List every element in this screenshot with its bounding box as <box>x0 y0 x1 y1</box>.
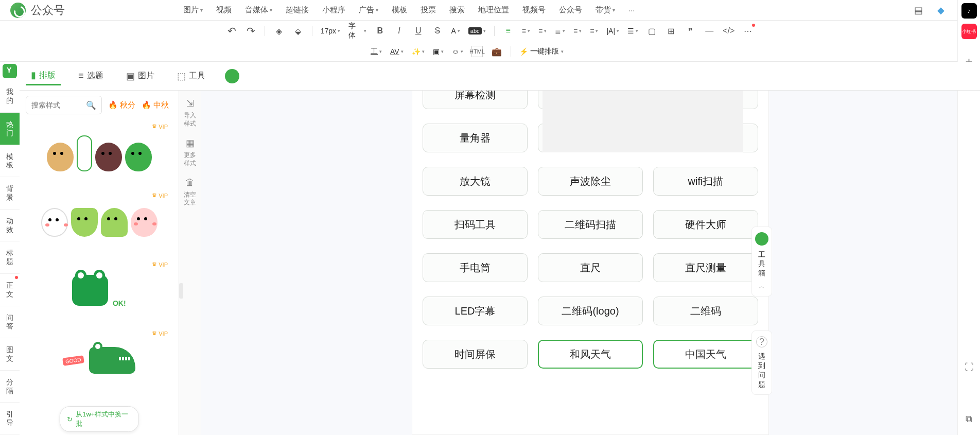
left-brand-logo[interactable] <box>0 62 20 80</box>
highlight-button[interactable]: abc▾ <box>468 27 486 34</box>
sec-nav-选题[interactable]: ≡选题 <box>73 67 109 84</box>
align-center-icon[interactable]: ≡▾ <box>522 27 530 35</box>
style-card[interactable]: ♛VIP GOOD <box>26 329 172 391</box>
top-menu-item[interactable]: 视频号 <box>522 5 546 15</box>
onekey-layout-button[interactable]: ⚡一键排版▾ <box>519 47 564 56</box>
hr-icon[interactable]: — <box>704 25 715 37</box>
bold-button[interactable]: B <box>375 25 386 37</box>
toolbox-float[interactable]: 工具箱 ︿ <box>751 227 772 297</box>
chip-二维码[interactable]: 二维码 <box>653 297 758 325</box>
font-color-button[interactable]: A▾ <box>451 27 460 35</box>
strikethrough-button[interactable]: S <box>432 25 443 37</box>
mini-tool-更多样式[interactable]: ▦更多样式 <box>184 137 196 168</box>
expand-icon[interactable]: ⛶ <box>965 362 974 373</box>
chip-中国天气[interactable]: 中国天气 <box>653 340 758 369</box>
left-tab-模板[interactable]: 模板 <box>0 145 20 178</box>
left-tab-热门[interactable]: 热门 <box>0 113 20 145</box>
align-right-icon[interactable]: ≡▾ <box>538 27 547 35</box>
top-menu-item[interactable]: 图片▾ <box>183 5 203 15</box>
align-left-icon[interactable]: ≡ <box>503 25 514 37</box>
left-tab-背景[interactable]: 背景 <box>0 177 20 210</box>
header-tool-icon[interactable]: ▤ <box>912 4 924 16</box>
chip-扫码工具[interactable]: 扫码工具 <box>423 210 528 239</box>
left-tab-引导[interactable]: 引导 <box>0 403 20 435</box>
more-icon[interactable]: ⋯ <box>743 25 754 37</box>
format-painter-icon[interactable]: ◈ <box>273 25 284 37</box>
top-menu-item[interactable]: 广告▾ <box>359 5 378 15</box>
style-card[interactable]: ♛VIP OK! <box>26 260 172 322</box>
top-menu-item[interactable]: 搜索 <box>449 5 465 15</box>
left-tab-我的[interactable]: 我的 <box>0 80 20 113</box>
top-menu-item[interactable]: 公众号 <box>559 5 582 15</box>
emoji-icon[interactable]: ☺▾ <box>452 47 463 56</box>
search-icon[interactable]: 🔍 <box>86 100 96 110</box>
capture-icon[interactable]: ⧉ <box>966 414 972 425</box>
top-menu-item[interactable]: 小程序 <box>322 5 345 15</box>
quote-icon[interactable]: ❞ <box>685 25 695 37</box>
left-tab-问答[interactable]: 问答 <box>0 306 20 339</box>
style-card[interactable]: ♛VIP <box>26 192 172 253</box>
left-tab-正文[interactable]: 正文 <box>0 274 20 306</box>
top-menu-item[interactable]: 视频 <box>216 5 232 15</box>
unknown-icon[interactable]: ▢ <box>646 25 657 37</box>
chip-直尺[interactable]: 直尺 <box>538 253 643 282</box>
chip-硬件大师[interactable]: 硬件大师 <box>653 210 758 239</box>
chip-放大镜[interactable]: 放大镜 <box>423 167 528 196</box>
underline-button[interactable]: U <box>413 25 424 37</box>
chip-LED字幕[interactable]: LED字幕 <box>423 297 528 325</box>
chip-手电筒[interactable]: 手电筒 <box>423 253 528 282</box>
clear-format-icon[interactable]: ⬙ <box>293 25 304 37</box>
briefcase-icon[interactable]: 💼 <box>491 46 502 57</box>
toggle-indicator[interactable] <box>225 69 239 83</box>
html-icon[interactable]: HTML <box>471 46 483 57</box>
code-icon[interactable]: </> <box>723 25 734 37</box>
collapse-icon[interactable]: ︿ <box>759 282 765 291</box>
top-menu-item[interactable]: 模板 <box>392 5 407 15</box>
chip-和风天气[interactable]: 和风天气 <box>538 340 643 369</box>
left-tab-图文[interactable]: 图文 <box>0 338 20 371</box>
help-float[interactable]: ? 遇到问题 <box>751 330 772 395</box>
chip-声波除尘[interactable]: 声波除尘 <box>538 167 643 196</box>
left-tab-分隔[interactable]: 分隔 <box>0 371 20 403</box>
top-menu-item[interactable]: 地理位置 <box>478 5 509 15</box>
line-height-icon[interactable]: |A|▾ <box>606 27 619 35</box>
mini-tool-清空文章[interactable]: 🗑清空文章 <box>184 177 196 207</box>
season-tab-zhongqiu[interactable]: 🔥中秋 <box>142 100 169 110</box>
table-icon[interactable]: ⊞ <box>666 25 676 37</box>
font-family-selector[interactable]: 字体▾ <box>348 22 366 40</box>
search-input-wrap[interactable]: 🔍 <box>26 96 102 114</box>
sec-nav-工具[interactable]: ⬚工具 <box>172 67 211 85</box>
letter-spacing-icon[interactable]: AV▾ <box>390 47 404 56</box>
list-icon[interactable]: ☰▾ <box>627 27 638 35</box>
vertical-align-icon[interactable]: 工▾ <box>371 47 382 56</box>
mini-tool-导入样式[interactable]: ⇲导入样式 <box>184 98 196 128</box>
top-menu-item[interactable]: 投票 <box>421 5 436 15</box>
chip-二维码扫描[interactable]: 二维码扫描 <box>538 210 643 239</box>
style-card[interactable]: ♛VIP <box>26 123 172 184</box>
top-menu-item[interactable]: ··· <box>628 5 635 15</box>
left-tab-动效[interactable]: 动效 <box>0 210 20 242</box>
top-menu-item[interactable]: 带货▾ <box>596 5 615 15</box>
image-insert-icon[interactable]: ▣▾ <box>433 47 444 56</box>
chip-量角器[interactable]: 量角器 <box>423 124 528 152</box>
magic-icon[interactable]: ✨▾ <box>412 47 425 56</box>
chip-直尺测量[interactable]: 直尺测量 <box>653 253 758 282</box>
undo-icon[interactable]: ↶ <box>226 25 237 37</box>
sec-nav-图片[interactable]: ▣图片 <box>121 67 160 85</box>
chip-wifi扫描[interactable]: wifi扫描 <box>653 167 758 196</box>
indent-icon[interactable]: ≡▾ <box>573 27 582 35</box>
swap-styles-button[interactable]: ↻从1w+样式中换一批 <box>59 406 139 432</box>
top-menu-item[interactable]: 超链接 <box>286 5 309 15</box>
left-tab-标题[interactable]: 标题 <box>0 241 20 274</box>
align-justify-icon[interactable]: ≣▾ <box>555 27 565 35</box>
xiaohongshu-app-icon[interactable]: 小红书 <box>961 24 977 39</box>
header-misc-icon[interactable]: ◆ <box>935 4 947 16</box>
douyin-app-icon[interactable]: ♪ <box>961 3 977 19</box>
sec-nav-排版[interactable]: ▮排版 <box>26 66 61 85</box>
italic-button[interactable]: I <box>394 25 405 37</box>
top-menu-item[interactable]: 音媒体▾ <box>245 5 272 15</box>
indent2-icon[interactable]: ≡▾ <box>590 27 598 35</box>
panel-drag-handle[interactable] <box>179 283 183 299</box>
season-tab-qiufen[interactable]: 🔥秋分 <box>108 100 135 110</box>
font-size-selector[interactable]: 17px▾ <box>321 27 340 35</box>
